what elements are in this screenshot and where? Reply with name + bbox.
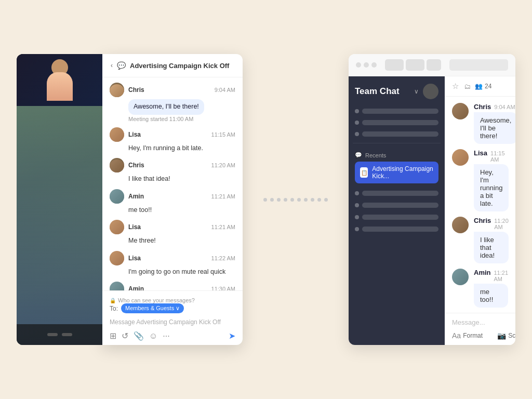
refresh-icon[interactable]: ↺ <box>122 331 128 341</box>
bubble-text: I like that idea! <box>128 174 170 183</box>
emoji-icon[interactable]: ☺ <box>149 331 157 341</box>
chat-footer: 🔒 Who can see your messages? To: Members… <box>102 290 243 345</box>
chat-icon: 💬 <box>117 61 126 70</box>
sender-name: Amin <box>128 285 144 290</box>
message-input[interactable]: Message Advertising Campaign Kick Off <box>110 316 235 328</box>
sender-name: Chris <box>128 86 144 94</box>
to-badge[interactable]: Members & Guests ∨ <box>121 303 184 313</box>
avatar-chris <box>452 103 469 119</box>
badge-text: Members & Guests ∨ <box>125 305 180 312</box>
screenshot-button[interactable]: 📷 Screenshot ∨ <box>497 331 515 340</box>
format-icon[interactable]: ⊞ <box>110 331 116 341</box>
video-top <box>17 54 102 106</box>
sidebar-item[interactable] <box>353 129 441 139</box>
chat-messages-list: Chris 9:04 AM Awesome, I'll be there! Me… <box>102 77 243 290</box>
msg-time: 11:21 AM <box>211 224 235 230</box>
window-dot-yellow <box>364 62 369 68</box>
star-icon[interactable]: ☆ <box>452 82 459 91</box>
sidebar-more-items <box>349 185 445 237</box>
message-meta: Amin 11:21 AM <box>110 189 235 204</box>
msg-time: 11:22 AM <box>211 255 235 261</box>
nav-btn[interactable] <box>427 59 441 71</box>
avatar-lisa <box>452 149 469 166</box>
chat-panel: ‹ 💬 Advertising Campaign Kick Off Chris … <box>102 54 243 345</box>
sidebar-item[interactable] <box>353 224 441 234</box>
message-bubble: I'm going to go on mute real quick <box>128 268 235 277</box>
right-chat-header: ☆ 🗂 👥 24 <box>445 76 515 97</box>
sidebar-item-bar <box>362 109 438 114</box>
input-placeholder: Message Advertising Campaign Kick Off <box>110 318 221 326</box>
recents-text: Recents <box>365 152 386 158</box>
sidebar-recents: 💬 Recents 📋 Advertising Campaign Kick... <box>349 148 445 185</box>
message-group: Amin 11:21 AM me too!! <box>110 189 235 215</box>
dot <box>304 198 308 202</box>
left-panel: ‹ 💬 Advertising Campaign Kick Off Chris … <box>17 54 243 345</box>
sidebar-item[interactable] <box>353 118 441 127</box>
nav-btn[interactable] <box>385 59 404 71</box>
right-msg-group: Amin 11:21 AM me too!! <box>452 269 508 308</box>
sidebar-chevron-icon[interactable]: ∨ <box>414 88 419 95</box>
dot <box>270 198 274 202</box>
main-container: ‹ 💬 Advertising Campaign Kick Off Chris … <box>17 54 515 345</box>
nav-btn[interactable] <box>406 59 424 71</box>
address-bar[interactable] <box>449 59 508 71</box>
meeting-notice: Meeting started 11:00 AM <box>128 116 235 122</box>
message-group: Lisa 11:22 AM I'm going to go on mute re… <box>110 251 235 277</box>
right-msg-meta: Chris 9:04 AM <box>474 103 515 111</box>
bubble-text: I'm going to go on mute real quick <box>128 267 225 276</box>
send-button[interactable]: ➤ <box>229 331 235 341</box>
right-msg-content: Amin 11:21 AM me too!! <box>474 269 508 308</box>
folder-icon[interactable]: 🗂 <box>464 83 471 90</box>
attachment-icon[interactable]: 📎 <box>134 331 144 341</box>
sidebar-item-bar <box>362 215 438 220</box>
right-bubble: Awesome, I'll be there! <box>474 112 515 144</box>
recents-item[interactable]: 📋 Advertising Campaign Kick... <box>355 162 438 183</box>
sidebar-item[interactable] <box>353 212 441 222</box>
sidebar-item-bar <box>362 203 438 208</box>
right-msg-group: Lisa 11:15 AM Hey, I'm running a bit lat… <box>452 149 508 211</box>
video-controls <box>17 324 102 345</box>
right-bubble: I like that idea! <box>474 232 509 263</box>
user-avatar[interactable] <box>423 84 438 99</box>
right-msg-meta: Chris 11:20 AM <box>474 217 509 230</box>
message-group: Lisa 11:21 AM Me three! <box>110 220 235 246</box>
more-icon[interactable]: ··· <box>163 331 169 341</box>
avatar-chris <box>110 158 124 172</box>
right-message-input[interactable]: Message... <box>445 313 515 328</box>
format-button[interactable]: Aa Format <box>452 331 483 340</box>
message-meta: Lisa 11:21 AM <box>110 220 235 234</box>
collapse-icon[interactable]: ‹ <box>111 62 113 69</box>
chat-title: Advertising Campaign Kick Off <box>130 62 234 70</box>
privacy-notice[interactable]: 🔒 Who can see your messages? <box>110 297 235 303</box>
sidebar-icon <box>355 109 359 113</box>
sidebar-item[interactable] <box>353 189 441 198</box>
msg-time: 11:21 AM <box>211 193 235 200</box>
right-msg-content: Chris 11:20 AM I like that idea! <box>474 217 509 263</box>
video-ctrl <box>62 333 72 336</box>
right-chat-footer: Message... Aa Format 📷 Screenshot ∨ <box>445 313 515 345</box>
avatar-amin <box>452 269 469 285</box>
dot <box>297 198 301 202</box>
member-count-text: 24 <box>485 83 491 90</box>
message-bubble: Me three! <box>128 236 235 246</box>
sidebar-item[interactable] <box>353 201 441 210</box>
to-label: To: <box>110 305 118 312</box>
bubble-text: Hey, I'm running a bit late. <box>128 143 203 153</box>
sidebar-item-bar <box>362 191 438 196</box>
msg-time: 11:21 AM <box>494 270 509 282</box>
avatar-amin <box>110 282 124 290</box>
msg-time: 11:20 AM <box>211 162 235 168</box>
right-bubble: Hey, I'm running a bit late. <box>474 164 509 211</box>
right-panel: Team Chat ∨ <box>349 54 515 345</box>
sidebar-icon <box>355 132 359 136</box>
privacy-text: Who can see your messages? <box>118 297 195 303</box>
connector-dots <box>263 198 328 202</box>
right-msg-meta: Lisa 11:15 AM <box>474 149 509 163</box>
screenshot-icon: 📷 <box>497 331 506 340</box>
member-count: 👥 24 <box>475 83 491 90</box>
sidebar-item[interactable] <box>353 107 441 116</box>
dot <box>277 198 281 202</box>
sidebar-icon <box>355 191 359 195</box>
message-meta: Chris 9:04 AM <box>110 83 235 97</box>
right-body: Team Chat ∨ <box>349 76 515 345</box>
